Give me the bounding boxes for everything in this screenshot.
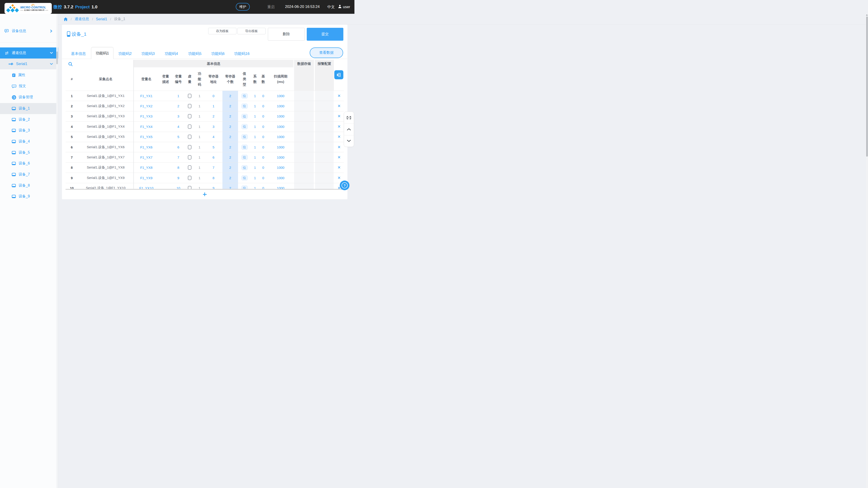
base-cell[interactable]: 0 (259, 163, 268, 173)
virtual-checkbox[interactable] (188, 186, 191, 189)
value-type-tag[interactable]: 位 (241, 93, 248, 98)
reg-count-cell[interactable]: 2 (222, 101, 238, 111)
sidebar-item-device-info[interactable]: 设备信息 (0, 25, 58, 37)
reg-addr-cell[interactable]: 5 (205, 142, 222, 152)
breadcrumb-serial1[interactable]: Serial1 (96, 17, 107, 21)
coef-cell[interactable]: 1 (251, 142, 259, 152)
reg-count-cell[interactable]: 2 (222, 173, 238, 183)
sidebar-item-device[interactable]: 设备_2 (0, 114, 58, 125)
scan-period-cell[interactable]: 1000 (268, 183, 294, 189)
var-no-cell[interactable]: 5 (172, 132, 185, 142)
reg-addr-cell[interactable]: 9 (205, 183, 222, 189)
delete-row-icon[interactable]: ✕ (338, 104, 341, 108)
value-type-tag[interactable]: 位 (241, 165, 248, 170)
sidebar-scrollbar-thumb[interactable] (56, 52, 58, 64)
base-cell[interactable]: 0 (259, 183, 268, 189)
search-icon[interactable] (68, 62, 73, 67)
base-cell[interactable]: 0 (259, 111, 268, 121)
var-name-cell[interactable]: F1_YX5 (133, 132, 159, 142)
tab-func-code-3[interactable]: 功能码3 (142, 51, 155, 56)
scan-period-cell[interactable]: 1000 (268, 101, 294, 111)
scroll-up-button[interactable] (344, 123, 354, 135)
value-type-tag[interactable]: 位 (241, 144, 248, 150)
var-desc-cell[interactable] (159, 91, 172, 101)
user-menu[interactable]: user (338, 4, 350, 9)
var-name-cell[interactable]: F1_YX3 (133, 111, 159, 121)
sidebar-item-device[interactable]: 设备_7 (0, 169, 58, 180)
reg-count-cell[interactable]: 2 (222, 142, 238, 152)
var-no-cell[interactable]: 8 (172, 163, 185, 173)
reg-addr-cell[interactable]: 1 (205, 101, 222, 111)
sidebar-item-device[interactable]: 设备_5 (0, 147, 58, 158)
scan-period-cell[interactable]: 1000 (268, 173, 294, 183)
base-cell[interactable]: 0 (259, 91, 268, 101)
var-name-cell[interactable]: F1_YX7 (133, 152, 159, 162)
reg-count-cell[interactable]: 2 (222, 132, 238, 142)
reg-addr-cell[interactable]: 6 (205, 152, 222, 162)
scan-period-cell[interactable]: 1000 (268, 142, 294, 152)
var-desc-cell[interactable] (159, 183, 172, 189)
scan-period-cell[interactable]: 1000 (268, 91, 294, 101)
scroll-down-button[interactable] (344, 135, 354, 147)
language-switch[interactable]: 中文 (327, 4, 335, 9)
delete-row-icon[interactable]: ✕ (338, 165, 341, 170)
reg-count-cell[interactable]: 2 (222, 91, 238, 101)
var-no-cell[interactable]: 6 (172, 142, 185, 152)
value-type-tag[interactable]: 位 (241, 155, 248, 160)
sidebar-item-device[interactable]: 设备_6 (0, 158, 58, 169)
coef-cell[interactable]: 1 (251, 163, 259, 173)
breadcrumb-channel-info[interactable]: 通道信息 (74, 17, 89, 22)
coef-cell[interactable]: 1 (251, 152, 259, 162)
delete-row-icon[interactable]: ✕ (338, 145, 341, 150)
base-cell[interactable]: 0 (259, 101, 268, 111)
tab-func-code-6[interactable]: 功能码6 (211, 51, 225, 56)
var-desc-cell[interactable] (159, 163, 172, 173)
base-cell[interactable]: 0 (259, 152, 268, 162)
var-desc-cell[interactable] (159, 111, 172, 121)
coef-cell[interactable]: 1 (251, 132, 259, 142)
base-cell[interactable]: 0 (259, 132, 268, 142)
scan-period-cell[interactable]: 1000 (268, 132, 294, 142)
var-desc-cell[interactable] (159, 173, 172, 183)
sidebar-item-device[interactable]: 设备_1 (0, 103, 58, 114)
base-cell[interactable]: 0 (259, 142, 268, 152)
virtual-checkbox[interactable] (188, 155, 191, 160)
sidebar-item-device[interactable]: 设备_8 (0, 180, 58, 191)
var-no-cell[interactable]: 3 (172, 111, 185, 121)
tab-func-code-1-active[interactable]: 功能码1 (91, 47, 114, 59)
delete-row-icon[interactable]: ✕ (338, 155, 341, 160)
delete-row-icon[interactable]: ✕ (338, 134, 341, 139)
scan-period-cell[interactable]: 1000 (268, 111, 294, 121)
sidebar-item-device[interactable]: 设备_9 (0, 191, 58, 199)
var-name-cell[interactable]: F1_YX4 (133, 122, 159, 131)
reg-count-cell[interactable]: 2 (222, 122, 238, 131)
coef-cell[interactable]: 1 (251, 111, 259, 121)
reg-addr-cell[interactable]: 3 (205, 122, 222, 131)
reg-addr-cell[interactable]: 0 (205, 91, 222, 101)
sidebar-item-device[interactable]: 设备_4 (0, 136, 58, 147)
var-name-cell[interactable]: F1_YX6 (133, 142, 159, 152)
var-name-cell[interactable]: F1_YX10 (133, 183, 159, 189)
delete-row-icon[interactable]: ✕ (338, 175, 341, 180)
tab-func-code-4[interactable]: 功能码4 (165, 51, 178, 56)
tab-func-code-5[interactable]: 功能码5 (188, 51, 202, 56)
home-icon[interactable] (64, 17, 68, 21)
reg-addr-cell[interactable]: 8 (205, 173, 222, 183)
sidebar-item-messages[interactable]: 报文 (0, 80, 58, 92)
restart-button[interactable]: 重启 (268, 5, 275, 9)
delete-row-icon[interactable]: ✕ (338, 94, 341, 98)
value-type-tag[interactable]: 位 (241, 103, 248, 109)
reg-count-cell[interactable]: 2 (222, 152, 238, 162)
delete-button[interactable]: 删除 (268, 28, 305, 41)
delete-row-icon[interactable]: ✕ (338, 114, 341, 119)
tab-func-code-16[interactable]: 功能码16 (234, 51, 250, 56)
virtual-checkbox[interactable] (188, 176, 191, 180)
maintain-button[interactable]: 维护 (236, 3, 250, 11)
table-horizontal-scrollbar[interactable] (66, 189, 344, 190)
view-data-button[interactable]: 查看数据 (310, 47, 343, 58)
coef-cell[interactable]: 1 (251, 173, 259, 183)
reg-count-cell[interactable]: 2 (222, 183, 238, 189)
sidebar-item-device[interactable]: 设备_3 (0, 125, 58, 136)
delete-row-icon[interactable]: ✕ (338, 124, 341, 129)
excel-export-button[interactable]: X (334, 70, 343, 79)
